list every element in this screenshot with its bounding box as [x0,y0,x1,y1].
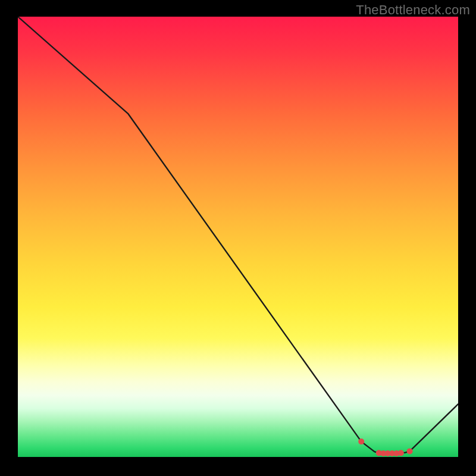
chart-container: TheBottleneck.com [0,0,476,476]
data-marker [358,439,364,444]
chart-svg [18,17,458,457]
curve-markers [358,439,412,456]
attribution-label: TheBottleneck.com [356,2,470,18]
curve-line [18,17,458,453]
data-marker [407,448,413,454]
plot-area [18,17,458,457]
data-marker [398,450,404,456]
